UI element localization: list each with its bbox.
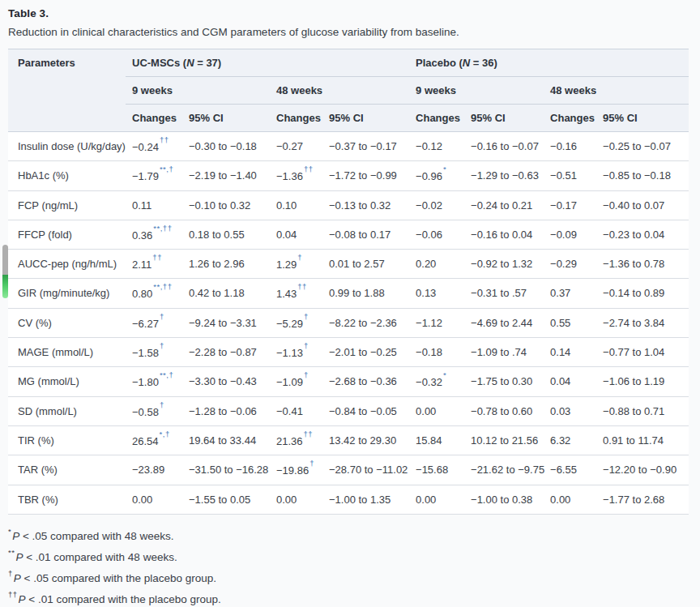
scroll-track-segment [2,245,8,275]
cell-value: −0.16 to 0.04 [471,229,532,241]
row-parameter-label: AUCC-pep (ng/h/mL) [8,249,126,278]
footnote-marker-link[interactable]: **,† [160,370,173,379]
table-cell: 0.00 [544,485,596,514]
footnote-marker-link[interactable]: † [160,400,164,409]
row-parameter-label: SD (mmol/L) [8,396,126,425]
footnote-marker-link[interactable]: † [309,459,314,468]
footnote-marker-link[interactable]: *,† [160,430,170,438]
cell-value: −0.40 to 0.07 [603,199,664,212]
table-cell: −1.12 [409,308,464,337]
table-cell: −1.00 to 1.35 [322,485,409,514]
table-cell: −0.12 [409,132,464,161]
cell-value: 0.13 [416,287,436,299]
footnote-marker-link[interactable]: **,†† [153,282,172,291]
cell-value: −2.28 to −0.87 [189,346,257,358]
row-parameter-label: GIR (mg/minute/kg) [8,279,126,308]
column-header-timepoint: 48 weeks [270,77,409,105]
cell-value: −0.17 [550,199,577,212]
footnote-marker-link[interactable]: †† [297,282,307,291]
footnote-text: < .01 compared with 48 weeks. [23,550,177,562]
cell-value: 2.11 [132,259,152,271]
table-cell: −1.80**,† [126,367,182,396]
table-cell: −0.16 to 0.04 [464,220,544,249]
footnote-p: P [14,571,21,583]
table-cell: −3.30 to −0.43 [182,367,270,396]
cell-value: −0.84 to −0.05 [329,405,397,417]
table-cell: 0.18 to 0.55 [182,220,270,249]
footnote-marker-link[interactable]: †† [160,135,169,144]
cell-value: −1.80 [132,377,159,389]
table-cell: −0.17 [544,190,596,220]
column-header-changes: Changes [544,105,596,132]
footnote-marker-link[interactable]: * [443,165,446,173]
cell-value: 0.03 [550,405,570,417]
table-cell: −1.06 to 1.19 [596,367,689,396]
table-cell: −2.01 to −0.25 [322,337,409,366]
cell-value: −1.06 to 1.19 [603,375,664,387]
footnote-marker-link[interactable]: † [160,341,164,350]
footnote-marker-link[interactable]: † [297,253,302,262]
table-cell: 0.00 [409,396,464,425]
table-cell: 26.54*,† [126,425,182,455]
cell-value: −0.27 [276,140,303,152]
table-cell: −0.40 to 0.07 [596,190,689,220]
cell-value: −5.29 [276,318,303,330]
table-cell: −23.89 [126,455,182,485]
footnote-marker-link[interactable]: * [443,370,446,379]
cell-value: −2.01 to −0.25 [329,346,397,358]
table-cell: −1.77 to 2.68 [596,485,689,514]
table-cell: 0.04 [544,367,596,396]
cell-value: −0.29 [550,258,577,270]
footnote: *P < .05 compared with 48 weeks. [8,527,690,544]
cell-value: −0.09 [550,229,577,241]
footnote-text: < .05 compared with the placebo group. [21,571,216,583]
table-row: HbA1c (%)−1.79**,†−2.19 to −1.40−1.36††−… [8,161,689,190]
footnote-marker-link[interactable]: **,† [160,165,173,173]
cell-value: −4.69 to 2.44 [471,317,532,329]
table-cell: −0.32* [409,367,464,396]
cell-value: −1.36 [276,171,303,183]
table-cell: −0.88 to 0.71 [596,396,689,425]
column-header-ci: 95% CI [464,105,544,132]
table-cell: −2.19 to −1.40 [182,161,270,190]
cell-value: −31.50 to −16.28 [189,464,268,476]
cell-value: −1.72 to −0.99 [329,169,397,182]
footnote-marker-link[interactable]: † [160,312,164,321]
cell-value: 1.43 [276,289,297,301]
footnote-marker-link[interactable]: † [304,370,309,379]
table-cell: −6.55 [544,455,596,485]
column-header-ci: 95% CI [322,105,409,132]
group-label-n: N [463,57,470,69]
footnote-marker: ** [8,548,15,557]
cell-value: −15.68 [416,464,448,476]
footnote-marker-link[interactable]: † [304,312,309,321]
column-header-changes: Changes [270,105,322,132]
cell-value: −0.24 to 0.21 [471,199,532,212]
cell-value: −0.32 [416,377,442,389]
cell-value: 0.00 [276,494,297,506]
footnote-marker-link[interactable]: † [304,341,309,350]
cell-value: 0.00 [132,494,152,506]
table-cell: −2.68 to −0.36 [322,367,409,396]
table-cell: 0.20 [409,249,464,278]
cell-value: 10.12 to 21.56 [471,434,538,447]
article-table-section: Table 3. Reduction in clinical character… [0,0,700,607]
row-parameter-label: MG (mmol/L) [8,367,126,396]
scroll-progress-indicator[interactable] [2,245,8,298]
cell-value: −0.25 to −0.07 [603,140,671,152]
table-cell: −0.51 [544,161,596,190]
footnote-marker-link[interactable]: †† [304,430,314,438]
cell-value: −0.31 to .57 [471,287,527,299]
row-parameter-label: FCP (ng/mL) [8,190,126,220]
column-group-placebo: Placebo (N = 36) [409,49,689,77]
row-parameter-label: MAGE (mmol/L) [8,337,126,366]
footnote-marker-link[interactable]: †† [152,253,162,262]
table-cell: 1.26 to 2.96 [182,249,270,278]
group-label-text: = 37) [194,57,222,69]
cell-value: 1.26 to 2.96 [189,258,245,270]
footnote-marker-link[interactable]: †† [304,165,314,173]
footnote-marker-link[interactable]: **,†† [153,224,172,233]
cell-value: −8.22 to −2.36 [329,317,397,329]
table-cell: −1.72 to −0.99 [322,161,409,190]
table-row: CV (%)−6.27†−9.24 to −3.31−5.29†−8.22 to… [8,308,689,337]
